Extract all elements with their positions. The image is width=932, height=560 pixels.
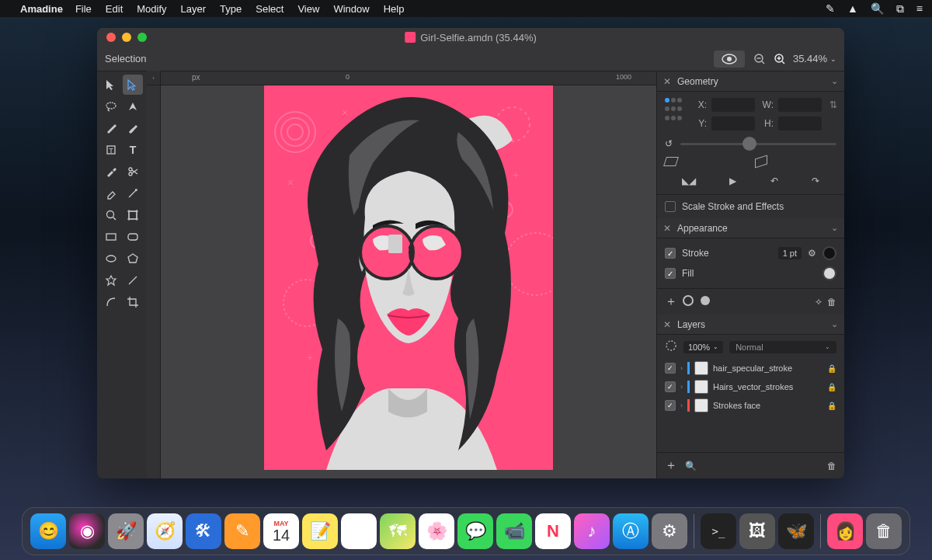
x-field[interactable]	[711, 98, 755, 112]
dock-appstore[interactable]: Ⓐ	[613, 513, 649, 549]
disclosure-icon[interactable]: ›	[680, 402, 683, 409]
scale-stroke-row[interactable]: Scale Stroke and Effects	[657, 194, 844, 218]
link-wh-icon[interactable]: ⇅	[829, 99, 837, 110]
dock-messages[interactable]: 💬	[457, 513, 493, 549]
eyedropper-tool[interactable]	[101, 162, 121, 182]
menu-help[interactable]: Help	[384, 3, 405, 15]
menu-modify[interactable]: Modify	[137, 3, 166, 15]
gear-icon[interactable]: ⚙	[808, 248, 816, 259]
h-field[interactable]	[778, 117, 822, 130]
line-tool[interactable]	[123, 270, 143, 290]
add-appearance-button[interactable]: ＋	[665, 294, 677, 310]
layer-visible-checkbox[interactable]: ✓	[665, 381, 676, 392]
dock-photos[interactable]: 🌸	[419, 513, 454, 549]
stroke-row[interactable]: ✓ Stroke 1 pt ⚙	[665, 243, 836, 263]
status-pen-icon[interactable]: ✎	[826, 2, 835, 15]
layer-visible-checkbox[interactable]: ✓	[665, 363, 676, 374]
chevron-down-icon[interactable]: ⌄	[831, 76, 838, 86]
ellipse-tool[interactable]	[101, 249, 121, 269]
chevron-down-icon[interactable]: ⌄	[831, 223, 838, 233]
layer-visible-checkbox[interactable]: ✓	[665, 400, 676, 411]
zoom-tool[interactable]	[101, 205, 121, 225]
shear-h-field[interactable]	[685, 155, 747, 168]
flip-v-button[interactable]: ▶	[729, 176, 736, 186]
dock-siri[interactable]: ◉	[69, 513, 105, 549]
dock-xcode[interactable]: 🛠	[186, 513, 221, 549]
lock-icon[interactable]: 🔒	[827, 364, 836, 373]
layer-row[interactable]: ✓ › hair_specular_stroke 🔒	[657, 359, 844, 377]
menu-edit[interactable]: Edit	[106, 3, 123, 15]
close-icon[interactable]: ✕	[663, 76, 671, 87]
artboard[interactable]: × × + +	[264, 85, 553, 470]
path-text-tool[interactable]: T	[101, 140, 121, 160]
opacity-icon[interactable]	[665, 339, 677, 354]
dock-reminders[interactable]: ☑︎	[341, 513, 377, 549]
move-tool[interactable]	[101, 75, 121, 95]
status-display-icon[interactable]: ▲	[847, 2, 858, 15]
dock-system-prefs[interactable]: ⚙	[652, 513, 687, 549]
dock-finder[interactable]: 😊	[30, 513, 66, 549]
layer-row[interactable]: ✓ › Hairs_vector_strokes 🔒	[657, 377, 844, 396]
flip-h-button[interactable]: ◣◢	[682, 176, 696, 186]
layer-name[interactable]: Strokes face	[713, 401, 760, 410]
dock-pages[interactable]: ✎	[224, 513, 260, 549]
layer-row[interactable]: ✓ › Strokes face 🔒	[657, 396, 844, 415]
eraser-tool[interactable]	[101, 183, 121, 203]
dock-document[interactable]: 👩	[827, 513, 863, 549]
dock-facetime[interactable]: 📹	[496, 513, 532, 549]
dock-launchpad[interactable]: 🚀	[108, 513, 144, 549]
status-cc-icon[interactable]: ⧉	[896, 2, 904, 16]
rotate-slider[interactable]	[680, 143, 836, 145]
pen-tool[interactable]	[123, 96, 143, 117]
w-field[interactable]	[778, 98, 822, 112]
menu-view[interactable]: View	[297, 3, 319, 15]
fill-mode-icon[interactable]	[699, 294, 711, 309]
layer-name[interactable]: Hairs_vector_strokes	[713, 382, 793, 391]
blend-mode-select[interactable]: Normal⌄	[729, 341, 836, 353]
disclosure-icon[interactable]: ›	[680, 383, 683, 391]
artboard-tool[interactable]	[123, 205, 143, 225]
brush-tool[interactable]	[123, 118, 143, 138]
opacity-field[interactable]: 100%⌄	[683, 341, 723, 353]
dock-itunes[interactable]: ♪	[574, 513, 610, 549]
menu-layer[interactable]: Layer	[181, 3, 207, 15]
layer-name[interactable]: hair_specular_stroke	[713, 363, 792, 373]
dock-terminal[interactable]: >_	[701, 513, 736, 549]
fill-checkbox[interactable]: ✓	[665, 268, 676, 279]
zoom-value[interactable]: 35.44%⌄	[793, 53, 836, 64]
polygon-tool[interactable]	[123, 249, 143, 269]
shear-v-icon[interactable]	[755, 155, 767, 168]
status-search-icon[interactable]: 🔍	[871, 2, 884, 15]
y-field[interactable]	[711, 117, 755, 130]
pencil-tool[interactable]	[101, 118, 121, 138]
layers-panel-header[interactable]: ✕ Layers ⌄	[657, 315, 844, 335]
ruler-corner[interactable]: ›	[147, 71, 161, 85]
undo-transform-button[interactable]: ↶	[770, 176, 778, 186]
add-layer-button[interactable]: ＋	[665, 457, 677, 474]
shear-h-icon[interactable]	[663, 157, 679, 166]
menu-window[interactable]: Window	[333, 3, 369, 15]
scale-stroke-checkbox[interactable]	[665, 201, 676, 212]
close-icon[interactable]: ✕	[663, 223, 671, 234]
selection-tool[interactable]	[123, 75, 143, 95]
star-tool[interactable]	[101, 270, 121, 290]
anchor-grid[interactable]	[665, 98, 682, 123]
delete-layer-button[interactable]: 🗑	[827, 461, 836, 471]
dock-news[interactable]: N	[535, 513, 571, 549]
redo-transform-button[interactable]: ↷	[812, 176, 819, 186]
chevron-down-icon[interactable]: ⌄	[831, 319, 838, 329]
status-list-icon[interactable]: ≡	[916, 2, 923, 15]
zoom-button[interactable]	[137, 33, 147, 42]
preview-toggle[interactable]	[714, 50, 745, 68]
dock-safari[interactable]: 🧭	[147, 513, 183, 549]
horizontal-ruler[interactable]: › px 0 1000	[147, 71, 656, 85]
dock-calendar[interactable]: MAY14	[263, 513, 299, 549]
arc-tool[interactable]	[101, 292, 121, 312]
dock-notes[interactable]: 📝	[302, 513, 338, 549]
fill-row[interactable]: ✓ Fill	[665, 263, 836, 283]
menu-file[interactable]: File	[75, 3, 92, 15]
search-layers-button[interactable]: 🔍	[685, 461, 697, 471]
dock-preview-image[interactable]: 🖼	[739, 513, 775, 549]
fill-color-swatch[interactable]	[822, 266, 836, 280]
zoom-in-button[interactable]	[773, 52, 787, 66]
